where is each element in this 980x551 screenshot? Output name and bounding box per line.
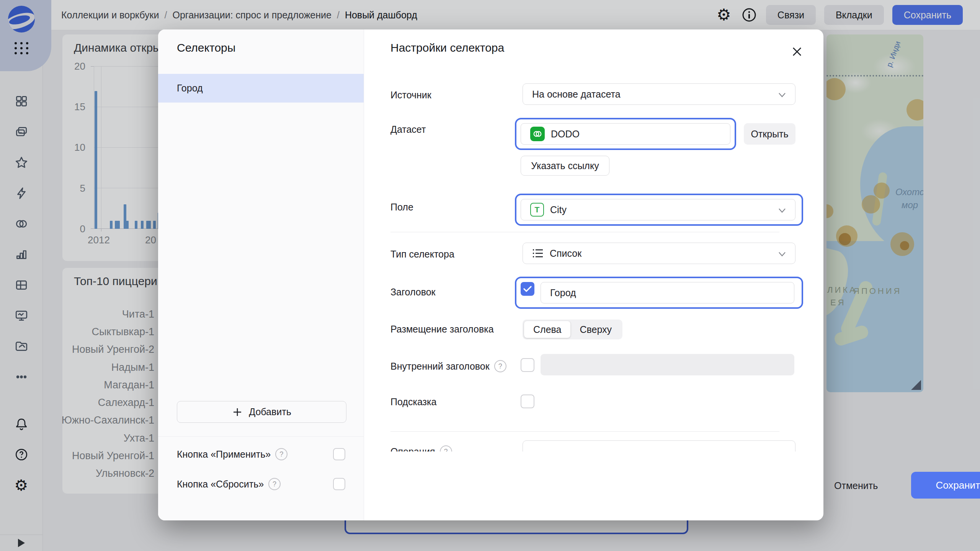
- dataset-icon: [530, 127, 545, 141]
- title-checkbox[interactable]: [521, 282, 534, 296]
- operation-row-clipped: Операция ?: [364, 435, 800, 452]
- placement-label: Размещение заголовка: [390, 324, 494, 335]
- operation-label: Операция ?: [390, 445, 452, 452]
- help-question-icon[interactable]: ?: [440, 445, 452, 452]
- divider: [158, 436, 364, 437]
- selector-settings-panel: Настройки селектора Источник На основе д…: [364, 29, 823, 520]
- apply-button-checkbox[interactable]: [333, 448, 345, 460]
- help-question-icon[interactable]: ?: [275, 448, 287, 460]
- divider: [390, 232, 779, 232]
- inner-title-label: Внутренний заголовок ?: [390, 360, 506, 372]
- plus-icon: [232, 407, 243, 417]
- reset-button-checkbox[interactable]: [333, 478, 345, 490]
- operation-select[interactable]: [523, 440, 795, 452]
- dataset-field[interactable]: DODO: [521, 123, 730, 145]
- field-label: Поле: [390, 202, 413, 213]
- selector-list-item-gorod[interactable]: Город: [158, 74, 364, 103]
- add-selector-label: Добавить: [249, 406, 291, 417]
- help-question-icon[interactable]: ?: [268, 478, 281, 490]
- inner-title-checkbox[interactable]: [521, 358, 534, 372]
- save-selector-button[interactable]: Сохранить: [911, 472, 980, 499]
- title-input[interactable]: [541, 282, 794, 303]
- selectors-panel-title: Селекторы: [177, 40, 235, 55]
- selector-settings-dialog: Селекторы Город Добавить Кнопка «Примени…: [158, 29, 823, 520]
- settings-title: Настройки селектора: [390, 40, 504, 55]
- divider: [390, 431, 779, 432]
- source-label: Источник: [390, 90, 431, 101]
- chevron-down-icon: [778, 89, 786, 100]
- dataset-name: DODO: [551, 129, 580, 140]
- placement-segmented-control: Слева Сверху: [523, 320, 622, 339]
- field-select[interactable]: T City: [521, 199, 795, 220]
- datalens-dashboard-editor: Коллекции и воркбуки / Организации: спро…: [0, 0, 980, 551]
- list-type-icon: [532, 248, 544, 258]
- selector-type-value: Список: [550, 248, 581, 259]
- dataset-label: Датасет: [390, 124, 426, 135]
- selector-type-select[interactable]: Список: [523, 243, 795, 264]
- add-selector-button[interactable]: Добавить: [177, 401, 346, 423]
- help-question-icon[interactable]: ?: [494, 360, 506, 372]
- specify-link-button[interactable]: Указать ссылку: [521, 156, 609, 176]
- title-label: Заголовок: [390, 287, 436, 298]
- reset-button-label: Кнопка «Сбросить»: [177, 479, 264, 490]
- inner-title-input: [541, 354, 794, 375]
- field-type-string-icon: T: [530, 203, 544, 217]
- hint-checkbox[interactable]: [521, 395, 534, 408]
- placement-option-top[interactable]: Сверху: [570, 321, 621, 338]
- selectors-list-panel: Селекторы Город Добавить Кнопка «Примени…: [158, 29, 364, 520]
- open-dataset-button[interactable]: Открыть: [744, 123, 795, 145]
- selector-item-label: Город: [177, 83, 203, 94]
- close-dialog-icon[interactable]: [789, 44, 805, 59]
- reset-button-row: Кнопка «Сбросить» ?: [177, 476, 345, 492]
- source-value: На основе датасета: [532, 89, 621, 100]
- check-icon: [523, 285, 532, 292]
- apply-button-label: Кнопка «Применить»: [177, 449, 271, 460]
- hint-label: Подсказка: [390, 396, 436, 408]
- selector-type-label: Тип селектора: [390, 249, 454, 260]
- chevron-down-icon: [778, 204, 786, 215]
- cancel-button[interactable]: Отменить: [832, 478, 878, 493]
- field-value: City: [550, 204, 567, 215]
- chevron-down-icon: [778, 248, 786, 259]
- apply-button-row: Кнопка «Применить» ?: [177, 447, 345, 462]
- placement-option-left[interactable]: Слева: [524, 321, 570, 338]
- source-select[interactable]: На основе датасета: [523, 83, 795, 105]
